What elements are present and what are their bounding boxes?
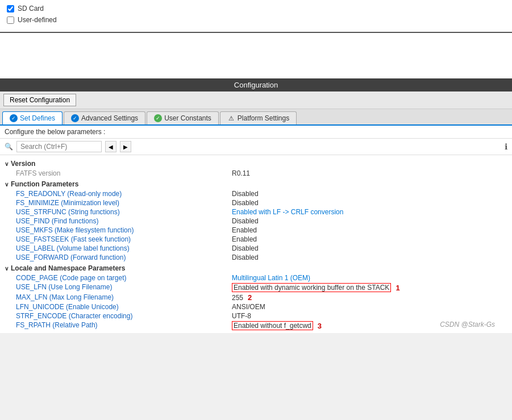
next-button[interactable]: ▶ (120, 141, 131, 152)
function-section-label: Function Parameters (11, 180, 78, 188)
locale-param-row: CODE_PAGE (Code page on target) Multilin… (5, 273, 507, 282)
param-value-wrapper: Multilingual Latin 1 (OEM) (232, 274, 310, 282)
param-name: USE_LABEL (Volume label functions) (16, 244, 232, 252)
function-param-row: USE_FASTSEEK (Fast seek function) Enable… (5, 235, 507, 244)
param-value: UTF-8 (232, 312, 251, 320)
function-param-row: FS_MINIMIZE (Minimization level) Disable… (5, 198, 507, 207)
param-name: FS_RPATH (Relative Path) (16, 321, 232, 329)
function-param-row: USE_FORWARD (Forward function) Disabled (5, 253, 507, 262)
tab-user-constants-icon: ✓ (154, 114, 162, 122)
highlighted-value: Enabled with dynamic working buffer on t… (232, 283, 391, 292)
tab-platform-settings-icon: ⚠ (227, 114, 235, 122)
function-param-row: USE_MKFS (Make filesystem function) Enab… (5, 226, 507, 235)
param-name: STRF_ENCODE (Character encoding) (16, 312, 232, 320)
function-param-row: USE_STRFUNC (String functions) Enabled w… (5, 207, 507, 217)
param-value: Multilingual Latin 1 (OEM) (232, 274, 310, 282)
version-row: FATFS version R0.11 (5, 169, 507, 178)
info-icon[interactable]: ℹ (505, 142, 507, 151)
function-param-row: USE_FIND (Find functions) Disabled (5, 217, 507, 226)
configure-bar: Configure the below parameters : (0, 126, 512, 139)
version-label: FATFS version (16, 169, 232, 177)
user-defined-label: User-defined (18, 16, 57, 24)
tab-set-defines[interactable]: ✓ Set Defines (2, 111, 63, 124)
locale-params-list: CODE_PAGE (Code page on target) Multilin… (5, 273, 507, 331)
user-defined-checkbox[interactable] (7, 16, 14, 24)
prev-button[interactable]: ◀ (105, 141, 116, 152)
tab-user-constants[interactable]: ✓ User Constants (147, 111, 219, 124)
param-value: 255 (232, 294, 243, 302)
param-value: Disabled (232, 253, 507, 261)
param-value-wrapper: ANSI/OEM (232, 303, 265, 311)
function-section-header: ∨ Function Parameters (5, 180, 507, 188)
watermark: CSDN @Stark-Gs (440, 321, 495, 328)
param-name: LFN_UNICODE (Enable Unicode) (16, 303, 232, 311)
param-value-wrapper: Enabled without f_getcwd3 (232, 321, 322, 330)
locale-section-label: Locale and Namespace Parameters (11, 264, 125, 272)
function-params-list: FS_READONLY (Read-only mode) Disabled FS… (5, 189, 507, 262)
locale-param-row: STRF_ENCODE (Character encoding) UTF-8 (5, 311, 507, 321)
params-wrapper: ∨ Version FATFS version R0.11 ∨ Function… (0, 155, 512, 333)
annotation-1: 1 (396, 284, 399, 292)
tab-advanced-settings[interactable]: ✓ Advanced Settings (64, 111, 145, 124)
param-value-wrapper: 2552 (232, 293, 252, 302)
highlighted-value: Enabled without f_getcwd (232, 321, 313, 330)
version-section-header: ∨ Version (5, 160, 507, 168)
version-chevron: ∨ (5, 161, 9, 167)
search-bar: 🔍 ◀ ▶ ℹ (0, 139, 512, 155)
tab-advanced-settings-label: Advanced Settings (81, 114, 138, 122)
locale-param-row: MAX_LFN (Max Long Filename) 2552 (5, 293, 507, 302)
locale-param-row: USE_LFN (Use Long Filename) Enabled with… (5, 282, 507, 293)
params-container: ∨ Version FATFS version R0.11 ∨ Function… (0, 155, 512, 333)
locale-param-row: FS_RPATH (Relative Path) Enabled without… (5, 321, 507, 331)
param-name: FS_MINIMIZE (Minimization level) (16, 199, 232, 207)
annotation-2: 2 (248, 293, 252, 302)
param-name: USE_LFN (Use Long Filename) (16, 283, 232, 291)
reset-configuration-button[interactable]: Reset Configuration (3, 94, 76, 106)
function-chevron: ∨ (5, 181, 9, 188)
param-value: Enabled with LF -> CRLF conversion (232, 208, 507, 216)
annotation-3: 3 (318, 322, 322, 330)
search-icon: 🔍 (5, 143, 13, 151)
function-param-row: FS_READONLY (Read-only mode) Disabled (5, 189, 507, 198)
locale-param-row: LFN_UNICODE (Enable Unicode) ANSI/OEM (5, 302, 507, 311)
param-value: Disabled (232, 190, 507, 198)
config-header: Configuration (0, 78, 512, 92)
param-value: Disabled (232, 217, 507, 225)
param-name: FS_READONLY (Read-only mode) (16, 190, 232, 198)
param-name: USE_FASTSEEK (Fast seek function) (16, 235, 232, 243)
param-value-wrapper: Enabled with dynamic working buffer on t… (232, 283, 400, 292)
tab-user-constants-label: User Constants (164, 114, 211, 122)
param-value: Disabled (232, 244, 507, 252)
sd-card-checkbox[interactable] (7, 5, 14, 13)
tabs-bar: ✓ Set Defines ✓ Advanced Settings ✓ User… (0, 109, 512, 126)
toolbar: Reset Configuration (0, 92, 512, 109)
param-name: MAX_LFN (Max Long Filename) (16, 293, 232, 301)
sd-card-label: SD Card (18, 5, 44, 13)
tab-set-defines-icon: ✓ (10, 114, 18, 122)
tab-platform-settings-label: Platform Settings (238, 114, 289, 122)
tab-advanced-settings-icon: ✓ (71, 114, 79, 122)
param-name: CODE_PAGE (Code page on target) (16, 274, 232, 282)
tab-platform-settings[interactable]: ⚠ Platform Settings (220, 111, 297, 124)
param-name: USE_MKFS (Make filesystem function) (16, 226, 232, 234)
param-value-wrapper: UTF-8 (232, 312, 251, 320)
user-defined-row: User-defined (7, 16, 505, 24)
param-name: USE_STRFUNC (String functions) (16, 208, 232, 216)
spacer (0, 33, 512, 78)
search-input[interactable] (16, 141, 102, 152)
param-name: USE_FIND (Find functions) (16, 217, 232, 225)
locale-chevron: ∨ (5, 265, 9, 272)
param-name: USE_FORWARD (Forward function) (16, 253, 232, 261)
param-value: Enabled (232, 235, 507, 243)
param-value: Disabled (232, 199, 507, 207)
top-section: SD Card User-defined (0, 0, 512, 33)
param-value: Enabled (232, 226, 507, 234)
sd-card-row: SD Card (7, 5, 505, 13)
locale-section-header: ∨ Locale and Namespace Parameters (5, 264, 507, 272)
tab-set-defines-label: Set Defines (20, 114, 55, 122)
function-param-row: USE_LABEL (Volume label functions) Disab… (5, 244, 507, 253)
version-section-label: Version (11, 160, 35, 168)
version-value: R0.11 (232, 169, 250, 177)
param-value: ANSI/OEM (232, 303, 265, 311)
